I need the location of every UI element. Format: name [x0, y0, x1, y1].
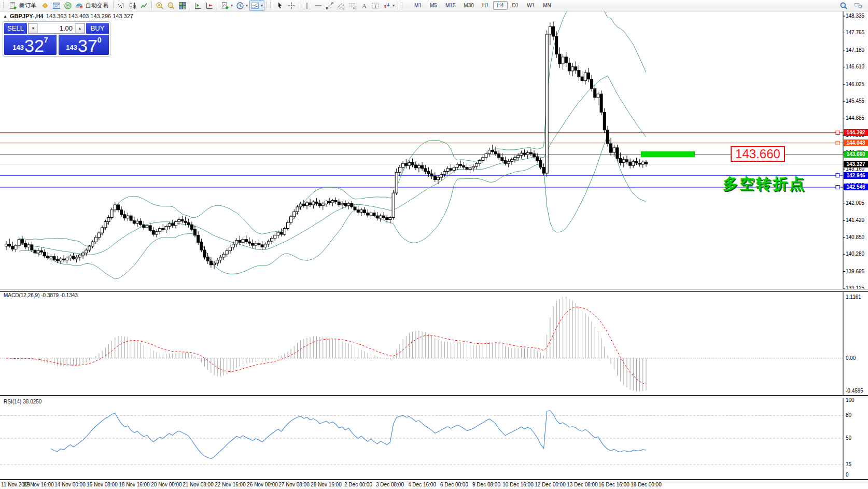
macd-axis-label: 0.00	[846, 355, 856, 361]
sell-price-sup: 7	[44, 36, 48, 44]
pane-separator[interactable]	[0, 395, 868, 398]
price-badge-143.660: 143.660	[844, 151, 868, 158]
volume-stepper: ▼ 1.00 ▲	[28, 23, 85, 34]
search-button[interactable]	[838, 0, 849, 11]
fibonacci-button[interactable]: F	[347, 0, 358, 11]
indicators-button[interactable]: ▾	[219, 0, 234, 11]
tf-m1-button[interactable]: M1	[410, 1, 426, 10]
price-annotation-box[interactable]: 143.660	[731, 146, 785, 162]
tf-w1-button[interactable]: W1	[523, 1, 539, 10]
time-tick-label: 13 Dec 08:00	[567, 482, 598, 487]
pane-borders	[843, 11, 845, 480]
chart-autoscroll-button[interactable]	[204, 0, 215, 11]
buy-price-big: 37	[78, 38, 97, 53]
svg-text:E: E	[343, 6, 345, 10]
collapse-icon[interactable]: ▲	[3, 14, 7, 19]
autotrading-icon	[75, 2, 83, 10]
hline-handle[interactable]	[836, 186, 839, 189]
toolbar-separator	[190, 2, 191, 10]
time-tick-label: 18 Dec 00:00	[631, 482, 662, 487]
arrows-button[interactable]: ▾	[381, 0, 396, 11]
rsi-axis-label: 50	[846, 435, 851, 441]
line-chart-icon	[140, 2, 148, 10]
toolbar: 新订单自动交易▾▾▾EFAT▾M1M5M15M30H1H4D1W1MN	[0, 0, 868, 11]
sound-button[interactable]	[62, 0, 74, 11]
metaquotes-button[interactable]	[39, 0, 51, 11]
candle-chart-button[interactable]	[127, 0, 138, 11]
search-icon	[839, 2, 848, 10]
time-tick-label: 12 Nov 16:00	[23, 482, 54, 487]
price-badge-142.946: 142.946	[844, 172, 868, 179]
toolbar-separator	[266, 2, 267, 10]
highlight-bar-annotation[interactable]	[641, 151, 695, 157]
vline-button[interactable]	[301, 0, 313, 11]
text-label-button[interactable]: T	[370, 0, 381, 11]
bar-chart-button[interactable]	[116, 0, 127, 11]
hline-button[interactable]	[313, 0, 324, 11]
periods-button[interactable]: ▾	[234, 0, 249, 11]
templates-button[interactable]: ▾	[249, 0, 264, 11]
hline-handle[interactable]	[836, 141, 839, 145]
hline-handle[interactable]	[836, 174, 839, 177]
volume-input[interactable]: 1.00	[38, 23, 75, 33]
zoom-in-button[interactable]	[154, 0, 165, 11]
pane-separator[interactable]	[0, 289, 868, 292]
toolbar-separator	[217, 2, 218, 10]
time-tick-label: 28 Nov 16:00	[311, 482, 342, 487]
buy-button[interactable]: BUY	[86, 23, 109, 34]
chevron-up-icon: ▲	[78, 26, 82, 30]
chart-area[interactable]: ▲ GBPJPY-,H4 143.363 143.403 143.296 143…	[0, 11, 868, 489]
time-tick-label: 15 Nov 08:00	[87, 482, 118, 487]
indicators-icon	[221, 2, 229, 10]
tf-m30-button[interactable]: M30	[459, 1, 478, 10]
toolbar-separator	[398, 2, 399, 10]
chart-autoscroll-icon	[205, 2, 214, 10]
bar-chart-icon	[117, 2, 125, 10]
line-chart-button[interactable]	[138, 0, 150, 11]
tf-h1-button[interactable]: H1	[478, 1, 493, 10]
horizontal-lines	[0, 133, 843, 187]
text-button[interactable]: A	[358, 0, 370, 11]
time-tick-label: 4 Dec 16:00	[408, 482, 436, 487]
crosshair-button[interactable]	[286, 0, 297, 11]
chart-shift-button[interactable]	[192, 0, 204, 11]
autotrading-button[interactable]: 自动交易	[74, 0, 111, 11]
price-tick-label: 142.005	[846, 200, 864, 206]
arrows-icon	[383, 2, 391, 10]
templates-icon	[251, 2, 259, 10]
chart-shift-icon	[194, 2, 202, 10]
toolbar-grip	[270, 2, 273, 9]
time-tick-label: 20 Nov 00:00	[151, 482, 182, 487]
new-order-button[interactable]: 新订单	[7, 0, 39, 11]
tf-mn-button[interactable]: MN	[539, 1, 555, 10]
channel-button[interactable]: E	[335, 0, 347, 11]
tf-h4-button[interactable]: H4	[493, 1, 508, 10]
buy-price-button[interactable]: 143 37 0	[59, 35, 109, 55]
cursor-button[interactable]	[274, 0, 286, 11]
rsi-axis-label: 80	[846, 412, 851, 418]
chart-plot[interactable]	[0, 11, 868, 489]
hline-handle[interactable]	[836, 131, 839, 134]
time-tick-label: 18 Nov 16:00	[119, 482, 150, 487]
sell-price-button[interactable]: 143 32 7	[4, 35, 57, 55]
price-tick-label: 145.455	[846, 98, 864, 104]
sound-icon	[64, 2, 72, 10]
tf-d1-button[interactable]: D1	[508, 1, 523, 10]
tf-m5-button[interactable]: M5	[426, 1, 441, 10]
cursor-icon	[276, 2, 284, 10]
chinese-annotation-text[interactable]: 多空转折点	[723, 174, 806, 194]
time-tick-label: 10 Dec 16:00	[502, 482, 534, 487]
chat-icon	[854, 2, 862, 10]
volume-down-button[interactable]: ▼	[29, 23, 38, 33]
buy-price-sup: 0	[97, 36, 102, 44]
chat-button[interactable]	[852, 0, 864, 11]
zoom-out-button[interactable]	[165, 0, 177, 11]
tf-m15-button[interactable]: M15	[441, 1, 459, 10]
volume-up-button[interactable]: ▲	[75, 23, 85, 33]
sell-button[interactable]: SELL	[4, 23, 27, 34]
price-tick-label: 141.420	[846, 217, 864, 223]
text-label-icon: T	[371, 2, 380, 10]
trendline-button[interactable]	[324, 0, 335, 11]
charts-window-button[interactable]	[51, 0, 62, 11]
tile-windows-button[interactable]	[177, 0, 188, 11]
